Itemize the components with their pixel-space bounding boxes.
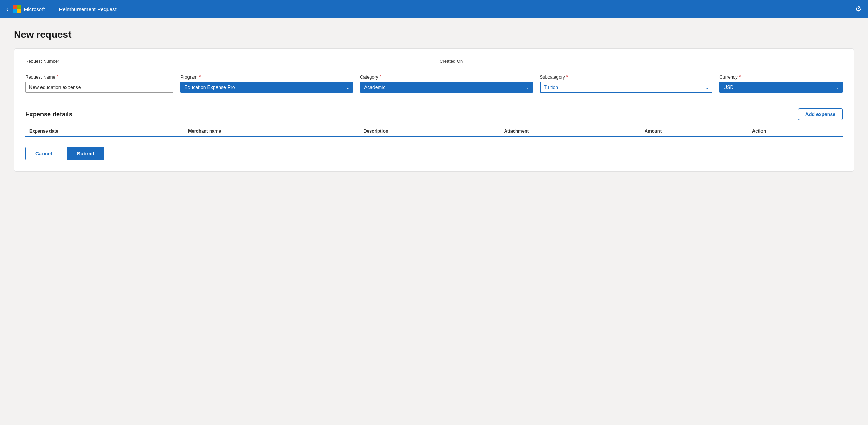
subcategory-label: Subcategory * — [540, 74, 713, 80]
cancel-button[interactable]: Cancel — [25, 147, 62, 160]
app-header: ‹ Microsoft | Reimbursement Request ⚙ — [0, 0, 868, 18]
form-meta-fields: Request Number ---- Created On ---- — [25, 58, 843, 71]
created-on-value: ---- — [440, 66, 843, 71]
back-icon: ‹ — [6, 5, 9, 13]
app-title: Reimbursement Request — [59, 6, 117, 12]
add-expense-button[interactable]: Add expense — [798, 108, 843, 120]
subcategory-select[interactable]: Tuition — [540, 82, 713, 93]
page-title: New request — [14, 29, 854, 40]
request-name-required: * — [57, 74, 58, 80]
currency-label: Currency * — [719, 74, 843, 80]
category-group: Category * Academic ⌄ — [360, 74, 533, 93]
request-name-label: Request Name * — [25, 74, 173, 80]
submit-button[interactable]: Submit — [67, 147, 104, 160]
currency-select[interactable]: USD — [719, 82, 843, 93]
program-select[interactable]: Education Expense Pro — [180, 82, 353, 93]
subcategory-select-wrapper: Tuition ⌄ — [540, 82, 713, 93]
request-number-field: Request Number ---- — [25, 58, 428, 71]
form-fields-row: Request Name * Program * Education Expen… — [25, 74, 843, 93]
currency-select-wrapper: USD ⌄ — [719, 82, 843, 93]
col-action: Action — [748, 126, 843, 137]
section-divider — [25, 101, 843, 101]
col-merchant-name: Merchant name — [184, 126, 360, 137]
program-group: Program * Education Expense Pro ⌄ — [180, 74, 353, 93]
expense-details-header: Expense details Add expense — [25, 108, 843, 120]
col-attachment: Attachment — [500, 126, 640, 137]
subcategory-required: * — [566, 74, 568, 80]
header-divider: | — [51, 5, 53, 13]
created-on-field: Created On ---- — [440, 58, 843, 71]
page-content: New request Request Number ---- Created … — [0, 18, 868, 183]
category-label: Category * — [360, 74, 533, 80]
expense-table: Expense date Merchant name Description A… — [25, 126, 843, 137]
action-row: Cancel Submit — [25, 147, 843, 160]
gear-icon[interactable]: ⚙ — [855, 4, 862, 13]
request-name-group: Request Name * — [25, 74, 173, 93]
back-button[interactable]: ‹ — [6, 5, 9, 13]
request-name-input[interactable] — [25, 82, 173, 93]
category-select[interactable]: Academic — [360, 82, 533, 93]
request-number-label: Request Number — [25, 58, 428, 64]
request-number-value: ---- — [25, 66, 428, 71]
expense-details-title: Expense details — [25, 111, 72, 118]
main-card: Request Number ---- Created On ---- Requ… — [14, 48, 854, 172]
brand-name: Microsoft — [24, 6, 45, 12]
category-select-wrapper: Academic ⌄ — [360, 82, 533, 93]
col-expense-date: Expense date — [25, 126, 184, 137]
created-on-label: Created On — [440, 58, 843, 64]
subcategory-group: Subcategory * Tuition ⌄ — [540, 74, 713, 93]
microsoft-logo — [13, 5, 21, 13]
expense-table-header: Expense date Merchant name Description A… — [25, 126, 843, 137]
program-required: * — [199, 74, 201, 80]
program-select-wrapper: Education Expense Pro ⌄ — [180, 82, 353, 93]
logo-area: Microsoft — [13, 5, 45, 13]
currency-group: Currency * USD ⌄ — [719, 74, 843, 93]
category-required: * — [380, 74, 381, 80]
col-amount: Amount — [640, 126, 748, 137]
col-description: Description — [359, 126, 500, 137]
program-label: Program * — [180, 74, 353, 80]
currency-required: * — [739, 74, 741, 80]
